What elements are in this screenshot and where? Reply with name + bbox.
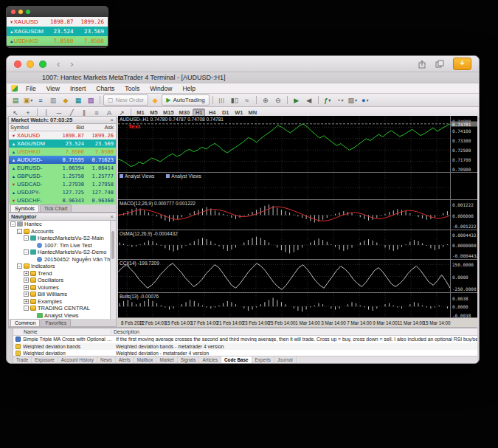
menu-window[interactable]: Window	[145, 85, 177, 92]
expand-icon[interactable]: +	[24, 285, 29, 290]
analyst-views-label[interactable]: Analyst Views	[120, 173, 154, 179]
chart-shift-button[interactable]: ◀	[303, 95, 315, 106]
chart-pane-bulls[interactable]: 0.00380.0000-0.0038Bulls(13) -0.00076	[118, 293, 477, 317]
share-icon[interactable]	[418, 60, 426, 69]
tab-tick-chart[interactable]: Tick Chart	[40, 204, 72, 212]
autotrading-button[interactable]: ▶AutoTrading	[162, 94, 209, 106]
market-watch-row[interactable]: ▲GBPUSD-1.257501.25777	[9, 172, 116, 180]
column-description[interactable]: Description	[111, 329, 477, 334]
terminal-tab-exposure[interactable]: Exposure	[32, 356, 58, 363]
tree-item-indicators[interactable]: -Indicators	[9, 263, 116, 270]
minimize-button[interactable]	[18, 10, 23, 14]
close-button[interactable]	[11, 10, 15, 14]
tree-item-1007-tim-live-test[interactable]: 1007: Tim Live Test	[9, 242, 116, 249]
chart-pane-main[interactable]: 0.749000.741000.733000.725000.717000.709…	[118, 116, 477, 173]
chart-pane-macd[interactable]: 0.0012220.000000-0.001222MACD(12,26,9) 0…	[118, 200, 477, 230]
price-scale-analyst[interactable]	[450, 173, 477, 200]
bar-chart-button[interactable]: |||	[216, 95, 228, 106]
price-scale-cci[interactable]: 250.00000.0000-250.0000	[450, 260, 477, 293]
column-name[interactable]: Name	[13, 329, 111, 334]
expand-icon[interactable]: +	[24, 278, 29, 283]
auto-scroll-button[interactable]: ▶	[291, 95, 302, 106]
new-tab-button[interactable]: +	[453, 58, 471, 70]
menu-file[interactable]: File	[21, 85, 41, 92]
tree-item-hantecmarketsvu-s2-main[interactable]: -HantecMarketsVu-S2-Main	[9, 235, 116, 242]
indicators-button[interactable]: ƒ▾	[322, 95, 333, 106]
collapse-icon[interactable]: -	[17, 263, 22, 269]
market-watch-row[interactable]: ▼USDCAD-1.279301.27958	[9, 180, 116, 188]
tree-item-examples[interactable]: +Examples	[9, 298, 116, 306]
market-watch-row[interactable]: ▲EURUSD-1.063941.06414	[9, 164, 116, 172]
line-chart-button[interactable]: ≈	[241, 95, 253, 106]
terminal-tab-news[interactable]: News	[97, 356, 116, 363]
pane-separator[interactable]	[118, 199, 477, 200]
market-watch-row[interactable]: ▲USDHKD7.85007.8500	[9, 148, 116, 156]
window-titlebar[interactable]: ‹ › +	[7, 56, 479, 72]
market-watch-button[interactable]: ≡	[35, 95, 46, 106]
tree-item-trend[interactable]: +Trend	[9, 270, 116, 278]
close-button[interactable]	[14, 61, 21, 68]
tab-common[interactable]: Common	[10, 319, 40, 326]
menu-tools[interactable]: Tools	[120, 85, 145, 92]
tree-item-accounts[interactable]: -Accounts	[9, 228, 116, 235]
zoom-button[interactable]	[26, 10, 30, 14]
mini-market-watch-window[interactable]: ▼XAUUSD1898.871899.26▲XAGUSDM23.52423.56…	[6, 6, 108, 48]
market-watch-row[interactable]: ▼XAUUSD1898.871899.26	[7, 17, 108, 27]
market-watch-row[interactable]: ▼USDCHF-0.963430.96360	[9, 196, 116, 204]
terminal-tab-alerts[interactable]: Alerts	[116, 356, 134, 363]
tab-favorites[interactable]: Favorites	[41, 319, 71, 326]
collapse-icon[interactable]: -	[10, 221, 15, 227]
terminal-button[interactable]: ▦	[72, 95, 84, 106]
market-watch-row[interactable]: ▲XAGUSDM23.52423.569	[7, 27, 108, 36]
terminal-tab-journal[interactable]: Journal	[274, 356, 297, 363]
zoom-in-button[interactable]: ⊕	[260, 95, 272, 106]
terminal-tab-articles[interactable]: Articles	[199, 356, 221, 363]
market-watch-row[interactable]: ▲USDJPY-127.725127.748	[9, 188, 116, 196]
periods-dropdown-button[interactable]: ◔▾	[334, 95, 346, 106]
pane-separator[interactable]	[118, 292, 477, 293]
terminal-tab-signals[interactable]: Signals	[178, 356, 200, 363]
terminal-tab-code-base[interactable]: Code Base	[221, 356, 252, 363]
close-icon[interactable]: ×	[110, 117, 114, 123]
templates-button[interactable]: ▨▾	[347, 95, 359, 106]
collapse-icon[interactable]: -	[17, 229, 22, 234]
pane-separator[interactable]	[118, 230, 477, 230]
terminal-tab-mailbox[interactable]: Mailbox	[134, 356, 157, 363]
new-order-button[interactable]: ▢New Order	[103, 94, 148, 106]
close-icon[interactable]: ×	[110, 213, 114, 220]
strategy-tester-button[interactable]: ▧	[85, 95, 97, 106]
column-symbol[interactable]: Symbol	[9, 124, 52, 131]
column-ask[interactable]: Ask	[84, 124, 116, 131]
tree-item-bill-williams[interactable]: +Bill Williams	[9, 291, 116, 298]
tree-item-hantec[interactable]: -Hantec	[9, 221, 116, 228]
navigator-button[interactable]: ◆	[60, 95, 72, 106]
minimize-button[interactable]	[27, 61, 34, 68]
collapse-icon[interactable]: -	[24, 235, 29, 241]
chart-area[interactable]: 8 Feb 202211 Feb 14:0015 Feb 14:0017 Feb…	[118, 116, 477, 327]
price-scale-macd[interactable]: 0.0012220.000000-0.001222	[450, 200, 477, 230]
menu-insert[interactable]: Insert	[65, 85, 91, 92]
data-window-button[interactable]: ▥	[47, 95, 59, 106]
zoom-button[interactable]	[39, 61, 46, 68]
terminal-tab-market[interactable]: Market	[156, 356, 177, 363]
menu-help[interactable]: Help	[177, 85, 200, 92]
tree-item-oscillators[interactable]: +Oscillators	[9, 277, 116, 284]
menu-view[interactable]: View	[41, 85, 65, 92]
terminal-tab-account-history[interactable]: Account History	[58, 356, 97, 363]
back-button[interactable]: ‹	[57, 59, 60, 69]
chart-pane-cci[interactable]: 250.00000.0000-250.0000CCI(14) -199.7209	[118, 260, 477, 293]
column-bid[interactable]: Bid	[52, 124, 84, 131]
price-scale-osma[interactable]: 0.00044320.0000000-0.0004432	[450, 230, 477, 260]
expand-icon[interactable]: +	[24, 292, 29, 297]
collapse-icon[interactable]: -	[24, 249, 29, 255]
expand-icon[interactable]: +	[24, 299, 29, 304]
collapse-icon[interactable]: -	[24, 306, 29, 311]
navigator-scrollbar[interactable]	[110, 221, 116, 319]
market-watch-row[interactable]: ▲XAGUSDM23.52423.569	[9, 139, 116, 148]
price-scale-bulls[interactable]: 0.00380.0000-0.0038	[450, 293, 477, 317]
candlestick-chart-button[interactable]: ▮▯	[229, 95, 241, 106]
tree-item-hantecmarketsvu-s2-demo[interactable]: -HantecMarketsVu-S2-Demo	[9, 249, 116, 256]
chart-text-object[interactable]: Text	[128, 123, 140, 130]
tree-item-20150452-nguy-n-v-n-thanh[interactable]: 20150452: Nguyễn Văn Thanh	[9, 256, 116, 263]
forward-button[interactable]: ›	[70, 59, 73, 69]
